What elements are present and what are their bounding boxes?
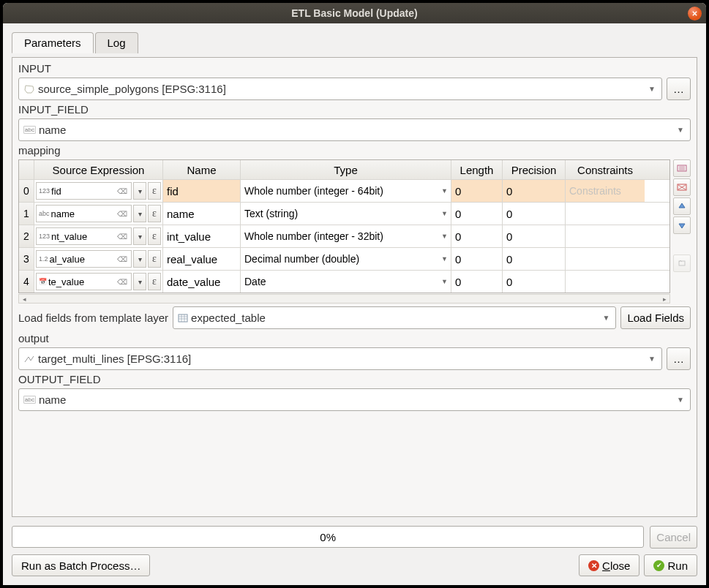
chevron-down-icon[interactable]: ▼	[647, 85, 657, 93]
chevron-down-icon[interactable]: ▼	[441, 278, 448, 285]
header-constraints[interactable]: Constraints	[566, 160, 645, 179]
chevron-down-icon[interactable]: ▼	[675, 126, 686, 134]
scroll-left-icon[interactable]: ◂	[19, 295, 29, 303]
tab-log[interactable]: Log	[95, 32, 138, 53]
close-button[interactable]: ✕ Close	[579, 554, 639, 576]
expression-button[interactable]: ε	[148, 227, 161, 245]
constraints-cell[interactable]	[566, 225, 645, 247]
precision-cell[interactable]	[503, 271, 566, 293]
row-index[interactable]: 1	[19, 203, 34, 225]
tab-parameters[interactable]: Parameters	[12, 32, 94, 53]
table-icon	[178, 313, 188, 323]
reset-button[interactable]	[673, 255, 691, 272]
constraints-cell[interactable]	[566, 248, 645, 270]
table-row: 2 123 nt_value ⌫ ▾ ε Whole number (integ…	[19, 225, 669, 248]
table-row: 4 📅 te_value ⌫ ▾ ε Date▼	[19, 271, 669, 293]
output-label: output	[18, 332, 691, 344]
template-label: Load fields from template layer	[18, 312, 168, 324]
precision-cell[interactable]	[503, 203, 566, 225]
name-cell[interactable]	[163, 271, 241, 293]
chevron-down-icon[interactable]: ▼	[647, 355, 657, 363]
horizontal-scrollbar[interactable]: ◂ ▸	[18, 294, 670, 304]
header-type[interactable]: Type	[241, 160, 451, 179]
template-layer-combo[interactable]: expected_table ▼	[173, 306, 616, 329]
constraints-cell[interactable]	[566, 271, 645, 293]
load-fields-button[interactable]: Load Fields	[620, 306, 691, 329]
add-field-button[interactable]	[673, 159, 691, 177]
row-index[interactable]: 2	[19, 225, 34, 247]
titlebar: ETL Basic Model (Update)	[3, 3, 706, 23]
clear-icon[interactable]: ⌫	[116, 210, 129, 218]
type-cell[interactable]: Decimal number (double)▼	[241, 248, 451, 270]
arrow-down-icon	[678, 221, 686, 230]
clear-icon[interactable]: ⌫	[116, 187, 129, 195]
text-type-icon: abc	[23, 396, 36, 404]
output-browse-button[interactable]: …	[667, 347, 691, 370]
length-cell[interactable]	[451, 203, 503, 225]
text-type-icon: abc	[23, 126, 36, 134]
chevron-down-icon[interactable]: ▼	[441, 255, 448, 263]
output-field-combo[interactable]: abc name ▼	[18, 388, 691, 411]
remove-field-button[interactable]	[673, 178, 691, 196]
scroll-right-icon[interactable]: ▸	[659, 295, 669, 303]
header-precision[interactable]: Precision	[503, 160, 566, 179]
clear-icon[interactable]: ⌫	[116, 233, 129, 241]
chevron-down-icon[interactable]: ▼	[601, 314, 612, 322]
output-layer-combo[interactable]: target_multi_lines [EPSG:3116] ▼	[18, 347, 662, 370]
chevron-down-icon[interactable]: ▼	[441, 233, 448, 240]
table-row: 3 1.2 al_value ⌫ ▾ ε Decimal number (dou…	[19, 248, 669, 271]
expression-button[interactable]: ε	[148, 273, 161, 290]
input-browse-button[interactable]: …	[667, 78, 691, 100]
polygon-icon	[23, 84, 35, 94]
chevron-down-icon[interactable]: ▼	[441, 187, 448, 195]
length-cell[interactable]	[451, 248, 503, 270]
source-dropdown-button[interactable]: ▾	[133, 205, 146, 222]
row-index[interactable]: 0	[19, 180, 34, 202]
type-cell[interactable]: Text (string)▼	[241, 203, 451, 225]
type-cell[interactable]: Date▼	[241, 271, 451, 293]
type-cell[interactable]: Whole number (integer - 64bit)▼	[241, 180, 451, 202]
input-field-combo[interactable]: abc name ▼	[18, 118, 691, 141]
header-name[interactable]: Name	[163, 160, 241, 179]
input-layer-combo[interactable]: source_simple_polygons [EPSG:3116] ▼	[18, 78, 662, 100]
precision-cell[interactable]	[503, 248, 566, 270]
row-index[interactable]: 4	[19, 271, 34, 293]
batch-process-button[interactable]: Run as Batch Process…	[12, 554, 150, 576]
header-source[interactable]: Source Expression	[34, 160, 163, 179]
chevron-down-icon[interactable]: ▼	[441, 210, 448, 217]
name-cell[interactable]	[163, 203, 241, 225]
clear-icon[interactable]: ⌫	[116, 255, 129, 263]
source-dropdown-button[interactable]: ▾	[133, 227, 146, 245]
run-button[interactable]: ✔ Run	[644, 554, 697, 576]
expression-button[interactable]: ε	[148, 205, 161, 222]
clear-icon[interactable]: ⌫	[116, 278, 129, 286]
length-cell[interactable]	[451, 180, 503, 202]
constraints-cell[interactable]	[566, 203, 645, 225]
expression-button[interactable]: ε	[148, 250, 161, 268]
type-cell[interactable]: Whole number (integer - 32bit)▼	[241, 225, 451, 247]
source-expression-input[interactable]: 123 nt_value ⌫	[36, 227, 132, 245]
move-down-button[interactable]	[673, 216, 691, 234]
window-close-button[interactable]	[688, 7, 702, 20]
move-up-button[interactable]	[673, 197, 691, 215]
source-dropdown-button[interactable]: ▾	[133, 250, 146, 268]
constraints-cell[interactable]: Constraints	[566, 180, 645, 202]
source-expression-input[interactable]: 1.2 al_value ⌫	[36, 250, 132, 268]
cancel-button[interactable]: Cancel	[650, 526, 697, 549]
source-expression-input[interactable]: 📅 te_value ⌫	[36, 273, 132, 290]
source-expression-input[interactable]: 123 fid ⌫	[36, 182, 132, 200]
source-expression-input[interactable]: abc name ⌫	[36, 205, 132, 222]
name-cell[interactable]	[163, 248, 241, 270]
precision-cell[interactable]	[503, 225, 566, 247]
length-cell[interactable]	[451, 225, 503, 247]
length-cell[interactable]	[451, 271, 503, 293]
source-dropdown-button[interactable]: ▾	[133, 273, 146, 290]
expression-button[interactable]: ε	[148, 182, 161, 200]
name-cell[interactable]	[163, 180, 241, 202]
name-cell[interactable]	[163, 225, 241, 247]
row-index[interactable]: 3	[19, 248, 34, 270]
chevron-down-icon[interactable]: ▼	[675, 396, 686, 404]
header-length[interactable]: Length	[451, 160, 503, 179]
precision-cell[interactable]	[503, 180, 566, 202]
source-dropdown-button[interactable]: ▾	[133, 182, 146, 200]
